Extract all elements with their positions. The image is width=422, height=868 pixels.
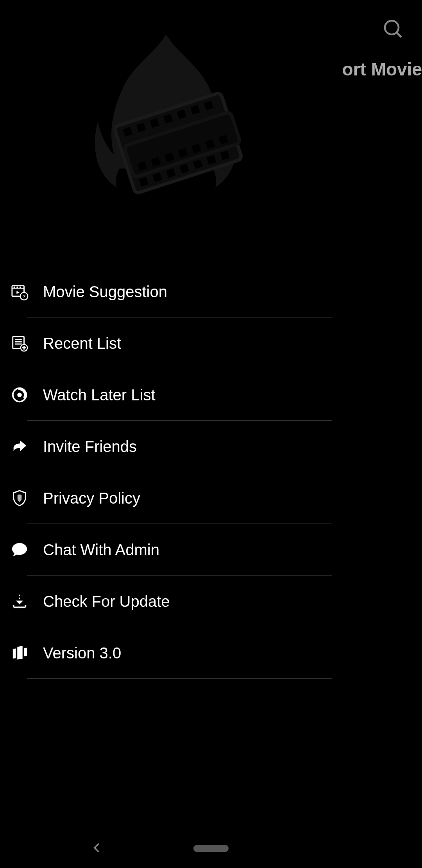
menu-chat-admin[interactable]: Chat With Admin <box>0 524 332 576</box>
menu-list: ? Movie Suggestion Recent List <box>0 266 332 679</box>
menu-label: Privacy Policy <box>43 490 140 507</box>
menu-label: Check For Update <box>43 593 170 610</box>
menu-recent-list[interactable]: Recent List <box>0 317 332 369</box>
search-icon[interactable] <box>382 18 404 40</box>
movie-suggestion-icon: ? <box>10 282 29 301</box>
partial-title-text: ort Movie <box>342 59 422 80</box>
svg-point-40 <box>18 393 21 396</box>
svg-rect-46 <box>17 646 22 659</box>
app-logo <box>0 0 332 266</box>
recent-list-icon <box>10 334 29 353</box>
home-pill[interactable] <box>193 845 229 852</box>
share-icon <box>10 437 29 456</box>
svg-rect-47 <box>24 647 27 656</box>
shield-icon <box>10 489 29 508</box>
back-icon[interactable] <box>90 841 104 856</box>
menu-invite-friends[interactable]: Invite Friends <box>0 421 332 472</box>
menu-version[interactable]: Version 3.0 <box>0 627 332 679</box>
svg-rect-45 <box>13 649 16 659</box>
svg-rect-29 <box>20 287 21 288</box>
menu-label: Recent List <box>43 335 121 352</box>
svg-rect-27 <box>14 287 15 288</box>
menu-movie-suggestion[interactable]: ? Movie Suggestion <box>0 266 332 317</box>
download-icon <box>10 592 29 611</box>
system-nav-bar <box>0 829 422 868</box>
menu-label: Movie Suggestion <box>43 283 167 301</box>
watch-later-icon <box>10 386 29 404</box>
menu-check-update[interactable]: Check For Update <box>0 576 332 627</box>
version-icon <box>10 644 29 662</box>
svg-rect-28 <box>16 287 18 288</box>
menu-privacy-policy[interactable]: Privacy Policy <box>0 472 332 524</box>
menu-watch-later[interactable]: Watch Later List <box>0 369 332 421</box>
chat-icon <box>10 540 29 559</box>
svg-point-0 <box>385 21 399 34</box>
svg-text:?: ? <box>23 294 25 299</box>
menu-label: Invite Friends <box>43 438 137 456</box>
menu-label: Version 3.0 <box>43 644 121 662</box>
svg-line-1 <box>397 32 401 37</box>
navigation-drawer: ? Movie Suggestion Recent List <box>0 0 332 868</box>
menu-label: Chat With Admin <box>43 541 159 559</box>
menu-label: Watch Later List <box>43 386 156 404</box>
